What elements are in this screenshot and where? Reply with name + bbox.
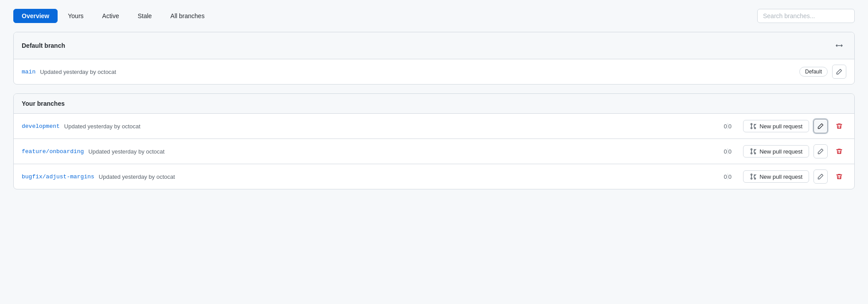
default-branch-row: main Updated yesterday by octocat Defaul…	[14, 59, 854, 84]
svg-point-1	[755, 127, 756, 129]
svg-point-5	[751, 153, 752, 154]
diff-ahead: 0	[724, 123, 727, 130]
tabs-left: Overview Yours Active Stale All branches	[13, 9, 213, 23]
default-branch-actions: Default	[799, 65, 846, 79]
diff-behind: 0	[728, 123, 732, 130]
delete-branch-button-development[interactable]	[832, 119, 846, 133]
edit-default-branch-button[interactable]	[832, 65, 846, 79]
delete-icon-bugfix-adjust-margins	[836, 173, 842, 180]
new-pr-button-feature-onboarding[interactable]: New pull request	[743, 145, 809, 158]
your-branches-title: Your branches	[22, 100, 65, 107]
edit-icon	[836, 69, 842, 75]
diff-divider	[728, 148, 728, 154]
rename-default-branch-button[interactable]	[832, 38, 846, 53]
branch-row-actions-feature-onboarding: 0 0 New pull request	[716, 144, 846, 158]
diff-indicator-feature-onboarding: 0 0	[716, 148, 739, 155]
diff-divider	[728, 173, 728, 180]
branch-meta-bugfix-adjust-margins: Updated yesterday by octocat	[99, 173, 175, 180]
edit-icon-development	[817, 123, 824, 129]
tab-yours[interactable]: Yours	[59, 9, 92, 23]
tab-active[interactable]: Active	[94, 9, 128, 23]
diff-ahead: 0	[724, 173, 727, 180]
branch-name-bugfix-adjust-margins[interactable]: bugfix/adjust-margins	[22, 173, 94, 180]
branch-name-feature-onboarding[interactable]: feature/onboarding	[22, 148, 84, 155]
default-branch-section: Default branch main Updated yesterday by…	[13, 32, 855, 85]
new-pr-label-bugfix-adjust-margins: New pull request	[759, 173, 802, 180]
switch-icon	[836, 42, 843, 49]
table-row: bugfix/adjust-margins Updated yesterday …	[14, 164, 854, 189]
diff-indicator-development: 0 0	[716, 123, 739, 130]
edit-icon-feature-onboarding	[817, 148, 824, 154]
branch-meta-feature-onboarding: Updated yesterday by octocat	[88, 148, 164, 155]
default-branch-name[interactable]: main	[22, 69, 35, 75]
edit-branch-button-feature-onboarding[interactable]	[814, 144, 828, 158]
your-branches-header: Your branches	[14, 94, 854, 114]
edit-branch-button-bugfix-adjust-margins[interactable]	[814, 169, 828, 184]
diff-behind: 0	[728, 148, 732, 155]
svg-point-4	[755, 153, 756, 154]
diff-divider	[728, 123, 728, 129]
your-branches-section: Your branches development Updated yester…	[13, 93, 855, 189]
default-branch-meta: Updated yesterday by octocat	[40, 69, 116, 75]
diff-behind: 0	[728, 173, 732, 180]
svg-point-8	[751, 178, 752, 179]
new-pr-label-feature-onboarding: New pull request	[759, 148, 802, 155]
tabs-bar: Overview Yours Active Stale All branches	[13, 9, 855, 23]
new-pr-label-development: New pull request	[759, 123, 802, 130]
edit-icon-bugfix-adjust-margins	[817, 173, 824, 180]
tab-overview[interactable]: Overview	[13, 9, 58, 23]
branch-meta-development: Updated yesterday by octocat	[64, 123, 140, 130]
edit-branch-button-development[interactable]	[814, 119, 828, 133]
delete-icon-development	[836, 123, 842, 129]
default-branch-header: Default branch	[14, 32, 854, 59]
tab-stale[interactable]: Stale	[129, 9, 160, 23]
table-row: development Updated yesterday by octocat…	[14, 114, 854, 139]
diff-ahead: 0	[724, 148, 727, 155]
table-row: feature/onboarding Updated yesterday by …	[14, 139, 854, 164]
branch-row-actions-development: 0 0 New pull request	[716, 119, 846, 133]
default-badge: Default	[799, 67, 828, 77]
delete-branch-button-bugfix-adjust-margins[interactable]	[832, 169, 846, 184]
svg-point-2	[751, 127, 752, 129]
pull-request-icon	[750, 173, 757, 180]
delete-branch-button-feature-onboarding[interactable]	[832, 144, 846, 158]
search-input[interactable]	[757, 9, 855, 23]
default-branch-title: Default branch	[22, 42, 65, 49]
delete-icon-feature-onboarding	[836, 148, 842, 154]
tab-all-branches[interactable]: All branches	[162, 9, 213, 23]
svg-point-7	[755, 178, 756, 179]
pull-request-icon	[750, 148, 757, 155]
branch-row-actions-bugfix-adjust-margins: 0 0 New pull request	[716, 169, 846, 184]
pull-request-icon	[750, 123, 757, 130]
diff-indicator-bugfix-adjust-margins: 0 0	[716, 173, 739, 180]
new-pr-button-bugfix-adjust-margins[interactable]: New pull request	[743, 170, 809, 183]
new-pr-button-development[interactable]: New pull request	[743, 120, 809, 132]
branch-name-development[interactable]: development	[22, 123, 60, 130]
